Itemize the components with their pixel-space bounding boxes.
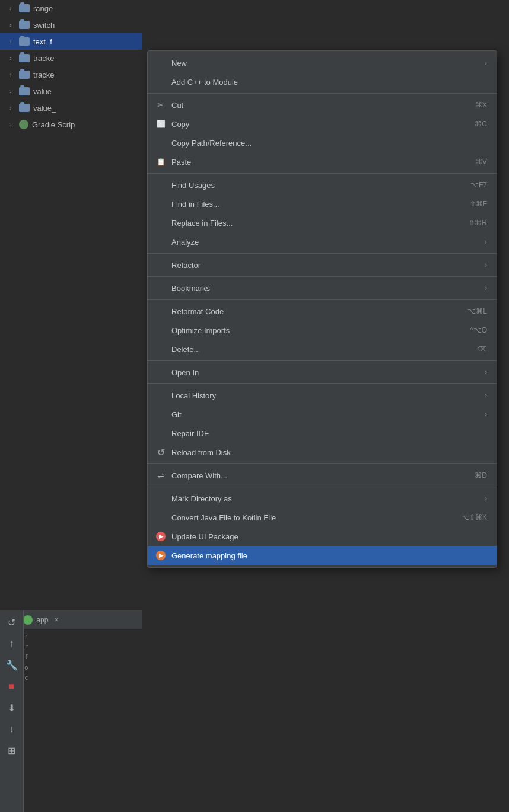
shortcut-label: ⌥F7 [470,181,487,189]
menu-item-reformat[interactable]: Reformat Code ⌥⌘L [148,302,497,321]
optimize-icon [155,324,167,336]
new-icon [155,57,167,69]
menu-item-generate-mapping[interactable]: ▶ Generate mapping file [148,546,497,565]
menu-item-copy-path[interactable]: Copy Path/Reference... [148,133,497,152]
down-arrow-icon[interactable]: ↓ [5,722,19,736]
menu-item-label: Analyze [171,238,480,247]
menu-item-label: Bookmarks [171,284,480,293]
shortcut-label: ⌘X [475,101,487,109]
shortcut-label: ⇧⌘F [470,200,487,208]
refactor-icon [155,259,167,271]
run-app-icon [23,615,33,625]
analyze-icon [155,236,167,248]
wrench-icon[interactable]: 🔧 [5,658,19,672]
add-cpp-icon [155,76,167,88]
git-icon [155,408,167,420]
menu-item-delete[interactable]: Delete... ⌫ [148,340,497,359]
expand-arrow: › [9,38,18,45]
tree-item-tracker1[interactable]: › tracke [0,50,142,66]
replace-icon [155,217,167,229]
menu-item-update-ui[interactable]: ▶ Update UI Package [148,527,497,546]
menu-item-label: Find in Files... [171,200,456,209]
folder-icon [19,87,30,95]
menu-item-replace-in-files[interactable]: Replace in Files... ⇧⌘R [148,213,497,232]
menu-item-refactor[interactable]: Refactor › [148,255,497,274]
folder-icon [19,71,30,79]
menu-item-optimize-imports[interactable]: Optimize Imports ^⌥O [148,321,497,340]
shortcut-label: ⌫ [477,345,487,353]
expand-icon[interactable]: ⊞ [5,743,19,757]
submenu-arrow: › [485,261,487,269]
menu-item-compare-with[interactable]: ⇌ Compare With... ⌘D [148,466,497,485]
tree-item-label: range [33,4,53,13]
folder-icon [19,21,30,29]
plugin-icon-orange: ▶ [156,551,166,560]
menu-item-find-in-files[interactable]: Find in Files... ⇧⌘F [148,194,497,213]
tree-item-value1[interactable]: › value [0,83,142,100]
menu-item-label: Replace in Files... [171,219,454,228]
find-usages-icon [155,179,167,191]
menu-item-add-cpp[interactable]: Add C++ to Module [148,72,497,91]
shortcut-label: ⇧⌘R [469,219,487,227]
folder-icon [19,37,30,46]
menu-item-git[interactable]: Git › [148,405,497,424]
scroll-icon[interactable]: ⬇ [5,701,19,715]
menu-item-bookmarks[interactable]: Bookmarks › [148,279,497,298]
menu-item-find-usages[interactable]: Find Usages ⌥F7 [148,175,497,194]
tree-item-range[interactable]: › range [0,0,142,17]
tree-item-text-field[interactable]: › text_f [0,33,142,50]
tree-item-value2[interactable]: › value_ [0,100,142,116]
separator-6 [148,360,497,361]
submenu-arrow: › [485,494,487,503]
tree-item-tracker2[interactable]: › tracke [0,66,142,83]
copy-path-icon [155,137,167,149]
separator-3 [148,253,497,254]
delete-icon [155,343,167,355]
menu-item-paste[interactable]: 📋 Paste ⌘V [148,152,497,171]
menu-item-label: Convert Java File to Kotlin File [171,513,447,522]
tree-item-gradle[interactable]: › Gradle Scrip [0,116,142,133]
menu-item-local-history[interactable]: Local History › [148,386,497,405]
menu-item-label: Open In [171,368,480,377]
tree-item-label: Gradle Scrip [32,120,75,129]
expand-arrow: › [9,104,18,111]
history-icon [155,389,167,401]
menu-item-convert-java[interactable]: Convert Java File to Kotlin File ⌥⇧⌘K [148,508,497,527]
menu-item-analyze[interactable]: Analyze › [148,232,497,251]
log-line-4: D/Auto [5,663,138,673]
separator-2 [148,173,497,174]
run-close-button[interactable]: × [54,616,58,624]
tree-item-label: tracke [33,54,54,63]
menu-item-new[interactable]: New › [148,53,497,72]
menu-item-repair-ide[interactable]: Repair IDE [148,424,497,443]
tree-item-label: value_ [33,104,56,113]
gradle-icon [19,120,28,129]
submenu-arrow: › [485,391,487,399]
menu-item-label: Paste [171,158,461,167]
folder-icon [19,4,30,12]
left-sidebar: ↺ ↑ 🔧 ■ ⬇ ↓ ⊞ [0,610,24,812]
log-line-2: I/Oper [5,642,138,653]
menu-item-cut[interactable]: ✂ Cut ⌘X [148,95,497,114]
menu-item-open-in[interactable]: Open In › [148,363,497,382]
refresh-icon[interactable]: ↺ [5,615,19,629]
repair-icon [155,427,167,439]
submenu-arrow: › [485,368,487,376]
submenu-arrow: › [485,59,487,67]
shortcut-label: ^⌥O [470,326,487,334]
menu-item-label: Optimize Imports [171,326,456,335]
stop-icon[interactable]: ■ [5,679,19,693]
menu-item-label: Local History [171,391,480,400]
expand-arrow: › [9,71,18,78]
menu-item-copy[interactable]: ⬜ Copy ⌘C [148,114,497,133]
menu-item-label: New [171,59,480,68]
reload-icon: ↺ [155,446,167,458]
shortcut-label: ⌥⇧⌘K [461,513,487,522]
up-arrow-icon[interactable]: ↑ [5,637,19,651]
expand-arrow: › [9,55,18,62]
menu-item-mark-directory[interactable]: Mark Directory as › [148,489,497,508]
tree-item-switch[interactable]: › switch [0,17,142,33]
menu-item-reload[interactable]: ↺ Reload from Disk [148,443,497,462]
open-in-icon [155,366,167,378]
expand-arrow: › [9,88,18,95]
